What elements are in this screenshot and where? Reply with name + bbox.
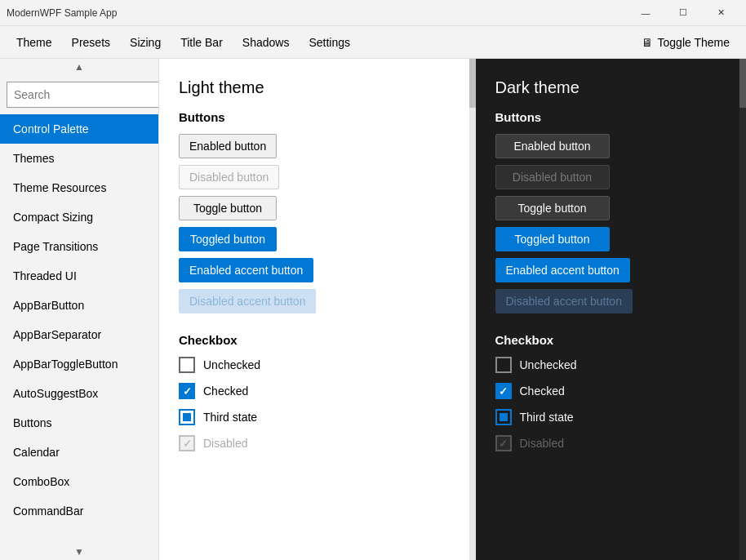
sidebar-item-threaded-ui[interactable]: Threaded UI (0, 261, 158, 291)
sidebar-item-page-transitions[interactable]: Page Transitions (0, 232, 158, 261)
light-scrollbar-thumb[interactable] (469, 59, 476, 108)
menu-bar: Theme Presets Sizing Title Bar Shadows S… (0, 26, 746, 59)
sidebar-search-area: 🔍 (0, 75, 158, 114)
dark-checkbox-checked-box[interactable]: ✓ (495, 383, 512, 399)
dark-accent-button[interactable]: Enabled accent button (495, 258, 630, 282)
sidebar-item-calendar[interactable]: Calendar (0, 438, 158, 467)
light-toggle-button[interactable]: Toggle button (179, 196, 277, 220)
sidebar-item-themes[interactable]: Themes (0, 144, 158, 173)
window-controls: — ☐ ✕ (627, 0, 739, 26)
dark-checkbox-third-box[interactable] (495, 409, 512, 425)
dark-theme-title: Dark theme (495, 78, 721, 97)
menu-presets[interactable]: Presets (62, 31, 120, 54)
light-checkbox-checked-box[interactable]: ✓ (179, 383, 195, 399)
light-accent-button[interactable]: Enabled accent button (179, 258, 313, 282)
dark-btn-row-4: Enabled accent button (495, 258, 721, 282)
dark-theme-panel: Dark theme Buttons Enabled button Disabl… (476, 59, 740, 560)
dark-checkbox-unchecked-box[interactable] (495, 357, 512, 373)
light-enabled-button[interactable]: Enabled button (179, 134, 277, 158)
dark-disabled-check-icon: ✓ (499, 438, 508, 449)
sidebar-item-control-palette[interactable]: Control Palette (0, 114, 158, 144)
search-input[interactable] (7, 82, 159, 108)
close-button[interactable]: ✕ (702, 0, 739, 26)
toggle-theme-icon: 🖥 (642, 36, 653, 49)
dark-accent-disabled-button: Disabled accent button (495, 289, 633, 313)
sidebar-item-buttons[interactable]: Buttons (0, 408, 158, 438)
light-btn-row-3: Toggled button (179, 227, 450, 251)
sidebar-scroll-down[interactable]: ▼ (0, 544, 158, 560)
main-content: Light theme Buttons Enabled button Disab… (159, 59, 746, 560)
dark-btn-row-2: Toggle button (495, 196, 721, 220)
sidebar-item-autosuggestbox[interactable]: AutoSuggestBox (0, 379, 158, 408)
light-btn-row-0: Enabled button (179, 134, 450, 158)
maximize-button[interactable]: ☐ (664, 0, 702, 26)
sidebar-item-theme-resources[interactable]: Theme Resources (0, 173, 158, 202)
dark-checkbox-disabled-box: ✓ (495, 435, 512, 451)
dark-checkbox-disabled-label: Disabled (520, 437, 564, 450)
dark-btn-row-0: Enabled button (495, 134, 721, 158)
light-toggled-button[interactable]: Toggled button (179, 227, 277, 251)
dark-checkbox-checked-label: Checked (520, 384, 565, 398)
sidebar-item-appbartogglebutton[interactable]: AppBarToggleButton (0, 349, 158, 379)
sidebar-item-appbarseparator[interactable]: AppBarSeparator (0, 320, 158, 349)
light-checkbox-disabled-box: ✓ (179, 435, 195, 451)
light-checkbox-third-box[interactable] (179, 409, 195, 425)
app-title: ModernWPF Sample App (7, 7, 627, 19)
light-accent-disabled-button: Disabled accent button (179, 289, 316, 313)
toggle-theme-label: Toggle Theme (658, 36, 730, 49)
dark-checkbox-subtitle: Checkbox (495, 333, 721, 347)
light-btn-row-4: Enabled accent button (179, 258, 450, 282)
sidebar-item-appbarbutton[interactable]: AppBarButton (0, 291, 158, 320)
dark-btn-row-5: Disabled accent button (495, 289, 721, 313)
light-btn-row-5: Disabled accent button (179, 289, 450, 313)
dark-buttons-section: Buttons Enabled button Disabled button T… (495, 110, 721, 313)
dark-toggle-button[interactable]: Toggle button (495, 196, 610, 220)
sidebar-item-compact-sizing[interactable]: Compact Sizing (0, 202, 158, 232)
menu-titlebar[interactable]: Title Bar (171, 31, 233, 54)
light-checkbox-section: Checkbox Unchecked ✓ Checked Third state (179, 333, 450, 451)
light-checkbox-unchecked-label: Unchecked (203, 358, 260, 371)
light-checkbox-third: Third state (179, 409, 450, 425)
dark-toggled-button[interactable]: Toggled button (495, 227, 610, 251)
light-checkbox-disabled-label: Disabled (203, 437, 247, 450)
dark-checkbox-third-label: Third state (520, 411, 574, 424)
menu-sizing[interactable]: Sizing (120, 31, 171, 54)
disabled-check-icon: ✓ (183, 438, 192, 449)
sidebar-item-combobox[interactable]: ComboBox (0, 467, 158, 496)
light-checkbox-unchecked-box[interactable] (179, 357, 195, 373)
dark-btn-row-3: Toggled button (495, 227, 721, 251)
dark-checkbox-checked: ✓ Checked (495, 383, 721, 399)
sidebar: ▲ 🔍 Control Palette Themes Theme Resourc… (0, 59, 159, 560)
sidebar-scroll-up[interactable]: ▲ (0, 59, 158, 75)
menu-shadows[interactable]: Shadows (233, 31, 300, 54)
dark-checkbox-disabled: ✓ Disabled (495, 435, 721, 451)
light-buttons-subtitle: Buttons (179, 110, 450, 124)
sidebar-item-commandbar[interactable]: CommandBar (0, 496, 158, 526)
dark-checkbox-unchecked-label: Unchecked (520, 358, 577, 371)
title-bar: ModernWPF Sample App — ☐ ✕ (0, 0, 746, 26)
third-state-square (183, 413, 191, 421)
light-scrollbar[interactable] (469, 59, 476, 560)
minimize-button[interactable]: — (627, 0, 664, 26)
light-theme-panel: Light theme Buttons Enabled button Disab… (159, 59, 469, 560)
light-checkbox-third-label: Third state (203, 411, 257, 424)
dark-scrollbar-thumb[interactable] (739, 59, 746, 108)
light-disabled-button: Disabled button (179, 165, 279, 189)
menu-theme[interactable]: Theme (7, 31, 62, 54)
light-checkbox-checked: ✓ Checked (179, 383, 450, 399)
dark-checkbox-section: Checkbox Unchecked ✓ Checked (495, 333, 721, 451)
check-icon: ✓ (183, 386, 192, 397)
dark-third-state-square (500, 413, 508, 421)
dark-scrollbar[interactable] (739, 59, 746, 560)
app-layout: ▲ 🔍 Control Palette Themes Theme Resourc… (0, 59, 746, 560)
dark-btn-row-1: Disabled button (495, 165, 721, 189)
sidebar-list: Control Palette Themes Theme Resources C… (0, 114, 158, 544)
dark-enabled-button[interactable]: Enabled button (495, 134, 610, 158)
light-btn-row-2: Toggle button (179, 196, 450, 220)
light-checkbox-disabled: ✓ Disabled (179, 435, 450, 451)
dark-disabled-button: Disabled button (495, 165, 610, 189)
light-checkbox-checked-label: Checked (203, 384, 248, 398)
menu-settings[interactable]: Settings (299, 31, 360, 54)
toggle-theme-button[interactable]: 🖥 Toggle Theme (632, 31, 739, 54)
dark-check-icon: ✓ (499, 386, 508, 397)
